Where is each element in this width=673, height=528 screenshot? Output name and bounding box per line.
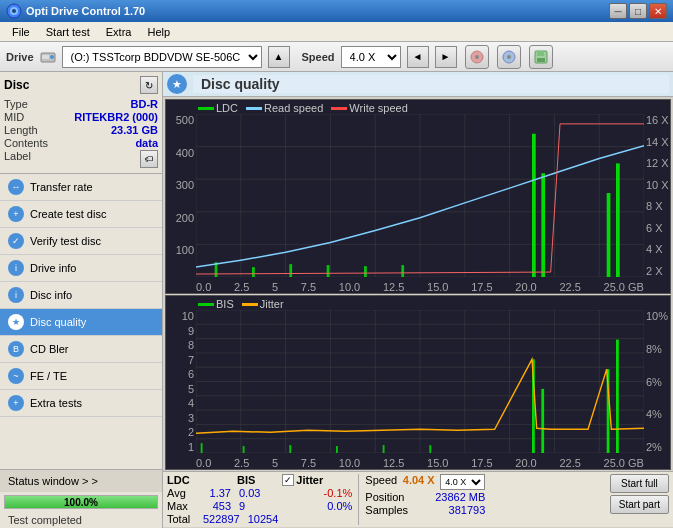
jitter-legend-label: Jitter [260, 298, 284, 310]
start-full-button[interactable]: Start full [610, 474, 669, 493]
drive-select[interactable]: (O:) TSSTcorp BDDVDW SE-506CB TS02 [62, 46, 262, 68]
jitter-legend: Jitter [242, 298, 284, 310]
samples-label: Samples [365, 504, 408, 516]
disc-length-value: 23.31 GB [111, 124, 158, 136]
sidebar: Disc ↻ Type BD-R MID RITEKBR2 (000) Leng… [0, 72, 163, 528]
menu-start-test[interactable]: Start test [38, 24, 98, 40]
main-layout: Disc ↻ Type BD-R MID RITEKBR2 (000) Leng… [0, 72, 673, 528]
minimize-button[interactable]: ─ [609, 3, 627, 19]
max-ldc-value: 453 [203, 500, 231, 512]
stats-bar: LDC BIS Avg 1.37 0.03 Max 453 9 Total 52… [163, 471, 673, 527]
svg-rect-35 [401, 265, 404, 277]
menu-help[interactable]: Help [139, 24, 178, 40]
nav-transfer-rate[interactable]: ↔ Transfer rate [0, 174, 162, 201]
samples-row: Samples 381793 [365, 504, 485, 516]
transfer-rate-icon: ↔ [8, 179, 24, 195]
ldc-legend-color [198, 107, 214, 110]
nav-extra-tests[interactable]: + Extra tests [0, 390, 162, 417]
nav-create-test-disc[interactable]: + Create test disc [0, 201, 162, 228]
read-speed-legend-color [246, 107, 262, 110]
disc-info-icon: i [8, 287, 24, 303]
nav-disc-quality-label: Disc quality [30, 316, 86, 328]
svg-rect-69 [541, 389, 544, 453]
status-window-button[interactable]: Status window > > [0, 470, 162, 492]
avg-jitter-row: -0.1% [282, 487, 352, 499]
nav-fe-te[interactable]: ~ FE / TE [0, 363, 162, 390]
window-controls: ─ □ ✕ [609, 3, 667, 19]
svg-point-2 [12, 9, 16, 13]
top-chart-legend: LDC Read speed Write speed [198, 102, 408, 114]
speed-stat-value: 4.04 X [403, 474, 435, 490]
svg-rect-36 [532, 134, 536, 277]
write-speed-legend-color [331, 107, 347, 110]
svg-rect-34 [364, 266, 367, 277]
jitter-legend-color [242, 303, 258, 306]
svg-rect-33 [327, 265, 330, 277]
nav-disc-quality[interactable]: ★ Disc quality [0, 309, 162, 336]
avg-ldc-value: 1.37 [203, 487, 231, 499]
speed-select[interactable]: 4.0 X [341, 46, 401, 68]
menu-extra[interactable]: Extra [98, 24, 140, 40]
jitter-header-row: ✓ Jitter [282, 474, 352, 486]
drive-eject-button[interactable]: ▲ [268, 46, 290, 68]
svg-rect-66 [383, 445, 385, 453]
maximize-button[interactable]: □ [629, 3, 647, 19]
svg-rect-64 [289, 445, 291, 453]
top-chart-x-axis: 0.0 2.5 5 7.5 10.0 12.5 15.0 17.5 20.0 2… [196, 281, 644, 293]
jitter-checkbox[interactable]: ✓ [282, 474, 294, 486]
nav-verify-test-disc[interactable]: ✓ Verify test disc [0, 228, 162, 255]
ldc-header: LDC [167, 474, 217, 486]
top-chart-y-axis: 500 400 300 200 100 [166, 114, 196, 277]
ldc-bis-stats: LDC BIS Avg 1.37 0.03 Max 453 9 Total 52… [167, 474, 278, 525]
svg-point-4 [50, 55, 54, 59]
top-chart-svg [196, 114, 644, 277]
extra-tests-icon: + [8, 395, 24, 411]
close-button[interactable]: ✕ [649, 3, 667, 19]
nav-fe-te-label: FE / TE [30, 370, 67, 382]
total-bis-value: 10254 [248, 513, 279, 525]
save-button[interactable] [529, 45, 553, 69]
disc-refresh-button[interactable]: ↻ [140, 76, 158, 94]
drive-icon [40, 49, 56, 65]
speed-decrease-button[interactable]: ◄ [407, 46, 429, 68]
svg-rect-67 [429, 445, 431, 453]
disc-label-label: Label [4, 150, 31, 168]
avg-bis-value: 0.03 [239, 487, 260, 499]
sidebar-bottom: Status window > > 100.0% Test completed [0, 469, 162, 528]
jitter-header: Jitter [296, 474, 323, 486]
menu-file[interactable]: File [4, 24, 38, 40]
content-title: Disc quality [193, 75, 669, 93]
app-icon [6, 3, 22, 19]
disc-write-button[interactable] [497, 45, 521, 69]
disc-label-icon[interactable]: 🏷 [140, 150, 158, 168]
disc-contents-value: data [135, 137, 158, 149]
nav-create-test-disc-label: Create test disc [30, 208, 106, 220]
nav-disc-info[interactable]: i Disc info [0, 282, 162, 309]
bis-legend-label: BIS [216, 298, 234, 310]
samples-value: 381793 [449, 504, 486, 516]
disc-read-button[interactable] [465, 45, 489, 69]
menu-bar: File Start test Extra Help [0, 22, 673, 42]
disc-contents-label: Contents [4, 137, 48, 149]
bottom-chart-legend: BIS Jitter [198, 298, 284, 310]
max-row: Max 453 9 [167, 500, 278, 512]
nav-cd-bler[interactable]: B CD Bler [0, 336, 162, 363]
svg-rect-31 [252, 267, 255, 277]
drive-info-icon: i [8, 260, 24, 276]
avg-row: Avg 1.37 0.03 [167, 487, 278, 499]
fe-te-icon: ~ [8, 368, 24, 384]
bottom-chart-y-axis: 10 9 8 7 6 5 4 3 2 1 [166, 310, 196, 453]
disc-type-value: BD-R [131, 98, 159, 110]
speed-label: Speed [302, 51, 335, 63]
speed-row: Speed 4.04 X 4.0 X [365, 474, 485, 490]
disc-type-label: Type [4, 98, 28, 110]
start-buttons: Start full Start part [610, 474, 669, 514]
drive-label: Drive [6, 51, 34, 63]
speed-increase-button[interactable]: ► [435, 46, 457, 68]
avg-label: Avg [167, 487, 195, 499]
speed-dropdown[interactable]: 4.0 X [440, 474, 485, 490]
position-label: Position [365, 491, 404, 503]
nav-drive-info[interactable]: i Drive info [0, 255, 162, 282]
disc-length-label: Length [4, 124, 38, 136]
start-part-button[interactable]: Start part [610, 495, 669, 514]
